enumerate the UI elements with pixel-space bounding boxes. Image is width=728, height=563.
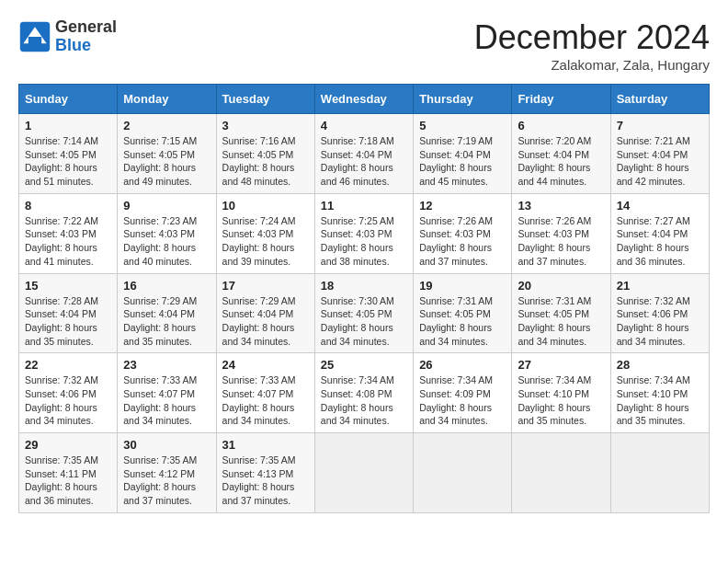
- day-info: Sunrise: 7:31 AMSunset: 4:05 PMDaylight:…: [419, 294, 506, 349]
- day-number: 30: [123, 438, 210, 452]
- calendar-day-cell: 12Sunrise: 7:26 AMSunset: 4:03 PMDayligh…: [414, 193, 512, 273]
- day-info: Sunrise: 7:34 AMSunset: 4:09 PMDaylight:…: [419, 373, 506, 428]
- calendar-day-cell: 21Sunrise: 7:32 AMSunset: 4:06 PMDayligh…: [610, 273, 709, 353]
- day-info: Sunrise: 7:35 AMSunset: 4:12 PMDaylight:…: [123, 454, 210, 508]
- calendar-day-cell: 14Sunrise: 7:27 AMSunset: 4:04 PMDayligh…: [610, 193, 709, 273]
- calendar-day-cell: 28Sunrise: 7:34 AMSunset: 4:10 PMDayligh…: [610, 353, 709, 433]
- calendar-day-cell: 9Sunrise: 7:23 AMSunset: 4:03 PMDaylight…: [118, 193, 216, 273]
- day-number: 1: [25, 119, 111, 132]
- day-number: 2: [123, 119, 210, 132]
- svg-rect-2: [28, 37, 41, 45]
- day-info: Sunrise: 7:34 AMSunset: 4:08 PMDaylight:…: [321, 373, 407, 428]
- day-info: Sunrise: 7:28 AMSunset: 4:04 PMDaylight:…: [25, 294, 111, 349]
- day-number: 19: [419, 279, 506, 293]
- calendar-day-cell: 6Sunrise: 7:20 AMSunset: 4:04 PMDaylight…: [512, 114, 610, 194]
- day-number: 21: [617, 279, 703, 293]
- weekday-header-cell: Monday: [118, 85, 216, 114]
- day-info: Sunrise: 7:16 AMSunset: 4:05 PMDaylight:…: [222, 134, 309, 189]
- day-number: 6: [518, 119, 604, 132]
- calendar-day-cell: 3Sunrise: 7:16 AMSunset: 4:05 PMDaylight…: [216, 114, 314, 194]
- day-info: Sunrise: 7:19 AMSunset: 4:04 PMDaylight:…: [419, 134, 506, 189]
- day-info: Sunrise: 7:15 AMSunset: 4:05 PMDaylight:…: [123, 134, 210, 189]
- day-info: Sunrise: 7:20 AMSunset: 4:04 PMDaylight:…: [518, 134, 604, 189]
- day-info: Sunrise: 7:26 AMSunset: 4:03 PMDaylight:…: [419, 214, 506, 269]
- calendar-day-cell: 26Sunrise: 7:34 AMSunset: 4:09 PMDayligh…: [414, 353, 512, 433]
- calendar-day-cell: [314, 433, 413, 513]
- day-info: Sunrise: 7:29 AMSunset: 4:04 PMDaylight:…: [123, 294, 210, 349]
- calendar-day-cell: 22Sunrise: 7:32 AMSunset: 4:06 PMDayligh…: [19, 353, 118, 433]
- day-info: Sunrise: 7:18 AMSunset: 4:04 PMDaylight:…: [321, 134, 407, 189]
- day-info: Sunrise: 7:26 AMSunset: 4:03 PMDaylight:…: [518, 214, 604, 269]
- day-info: Sunrise: 7:31 AMSunset: 4:05 PMDaylight:…: [518, 294, 604, 349]
- month-title: December 2024: [474, 18, 710, 57]
- calendar-day-cell: 20Sunrise: 7:31 AMSunset: 4:05 PMDayligh…: [512, 273, 610, 353]
- day-number: 23: [123, 358, 210, 372]
- day-number: 20: [518, 279, 604, 293]
- day-info: Sunrise: 7:24 AMSunset: 4:03 PMDaylight:…: [222, 214, 309, 269]
- calendar-day-cell: 23Sunrise: 7:33 AMSunset: 4:07 PMDayligh…: [118, 353, 216, 433]
- day-info: Sunrise: 7:22 AMSunset: 4:03 PMDaylight:…: [25, 214, 111, 269]
- day-info: Sunrise: 7:33 AMSunset: 4:07 PMDaylight:…: [222, 373, 309, 428]
- header: General Blue December 2024 Zalakomar, Za…: [18, 18, 710, 73]
- day-number: 13: [518, 199, 604, 213]
- day-number: 24: [222, 358, 309, 372]
- logo: General Blue: [18, 18, 117, 55]
- day-number: 18: [321, 279, 407, 293]
- calendar-day-cell: 18Sunrise: 7:30 AMSunset: 4:05 PMDayligh…: [314, 273, 413, 353]
- day-number: 26: [419, 358, 506, 372]
- day-number: 11: [321, 199, 407, 213]
- day-info: Sunrise: 7:25 AMSunset: 4:03 PMDaylight:…: [321, 214, 407, 269]
- location: Zalakomar, Zala, Hungary: [474, 57, 710, 73]
- calendar-body: 1Sunrise: 7:14 AMSunset: 4:05 PMDaylight…: [19, 114, 710, 513]
- calendar-day-cell: 19Sunrise: 7:31 AMSunset: 4:05 PMDayligh…: [414, 273, 512, 353]
- logo-general: General: [55, 18, 117, 37]
- weekday-header-cell: Friday: [512, 85, 610, 114]
- calendar-week-row: 22Sunrise: 7:32 AMSunset: 4:06 PMDayligh…: [19, 353, 710, 433]
- day-info: Sunrise: 7:35 AMSunset: 4:13 PMDaylight:…: [222, 454, 309, 508]
- calendar-week-row: 1Sunrise: 7:14 AMSunset: 4:05 PMDaylight…: [19, 114, 710, 194]
- calendar-week-row: 29Sunrise: 7:35 AMSunset: 4:11 PMDayligh…: [19, 433, 710, 513]
- day-number: 15: [25, 279, 111, 293]
- day-info: Sunrise: 7:32 AMSunset: 4:06 PMDaylight:…: [617, 294, 703, 349]
- calendar-day-cell: 29Sunrise: 7:35 AMSunset: 4:11 PMDayligh…: [19, 433, 118, 513]
- day-info: Sunrise: 7:27 AMSunset: 4:04 PMDaylight:…: [617, 214, 703, 269]
- calendar-day-cell: [414, 433, 512, 513]
- calendar: SundayMondayTuesdayWednesdayThursdayFrid…: [18, 84, 710, 513]
- day-number: 27: [518, 358, 604, 372]
- day-number: 12: [419, 199, 506, 213]
- calendar-day-cell: 25Sunrise: 7:34 AMSunset: 4:08 PMDayligh…: [314, 353, 413, 433]
- calendar-day-cell: 8Sunrise: 7:22 AMSunset: 4:03 PMDaylight…: [19, 193, 118, 273]
- day-info: Sunrise: 7:29 AMSunset: 4:04 PMDaylight:…: [222, 294, 309, 349]
- calendar-day-cell: 30Sunrise: 7:35 AMSunset: 4:12 PMDayligh…: [118, 433, 216, 513]
- weekday-header-cell: Thursday: [414, 85, 512, 114]
- day-number: 16: [123, 279, 210, 293]
- weekday-header-cell: Wednesday: [314, 85, 413, 114]
- calendar-day-cell: [512, 433, 610, 513]
- calendar-day-cell: 10Sunrise: 7:24 AMSunset: 4:03 PMDayligh…: [216, 193, 314, 273]
- calendar-day-cell: 13Sunrise: 7:26 AMSunset: 4:03 PMDayligh…: [512, 193, 610, 273]
- day-number: 25: [321, 358, 407, 372]
- day-info: Sunrise: 7:21 AMSunset: 4:04 PMDaylight:…: [617, 134, 703, 189]
- calendar-day-cell: 4Sunrise: 7:18 AMSunset: 4:04 PMDaylight…: [314, 114, 413, 194]
- calendar-day-cell: 7Sunrise: 7:21 AMSunset: 4:04 PMDaylight…: [610, 114, 709, 194]
- weekday-header-row: SundayMondayTuesdayWednesdayThursdayFrid…: [19, 85, 710, 114]
- logo-blue: Blue: [55, 37, 117, 55]
- day-info: Sunrise: 7:30 AMSunset: 4:05 PMDaylight:…: [321, 294, 407, 349]
- weekday-header-cell: Sunday: [19, 85, 118, 114]
- calendar-day-cell: 17Sunrise: 7:29 AMSunset: 4:04 PMDayligh…: [216, 273, 314, 353]
- calendar-week-row: 15Sunrise: 7:28 AMSunset: 4:04 PMDayligh…: [19, 273, 710, 353]
- day-info: Sunrise: 7:34 AMSunset: 4:10 PMDaylight:…: [617, 373, 703, 428]
- day-number: 8: [25, 199, 111, 213]
- weekday-header-cell: Tuesday: [216, 85, 314, 114]
- calendar-day-cell: 11Sunrise: 7:25 AMSunset: 4:03 PMDayligh…: [314, 193, 413, 273]
- day-info: Sunrise: 7:35 AMSunset: 4:11 PMDaylight:…: [25, 454, 111, 508]
- day-info: Sunrise: 7:32 AMSunset: 4:06 PMDaylight:…: [25, 373, 111, 428]
- day-number: 17: [222, 279, 309, 293]
- calendar-day-cell: [610, 433, 709, 513]
- calendar-day-cell: 5Sunrise: 7:19 AMSunset: 4:04 PMDaylight…: [414, 114, 512, 194]
- logo-icon: [18, 20, 51, 53]
- calendar-day-cell: 27Sunrise: 7:34 AMSunset: 4:10 PMDayligh…: [512, 353, 610, 433]
- day-number: 14: [617, 199, 703, 213]
- day-number: 22: [25, 358, 111, 372]
- weekday-header-cell: Saturday: [610, 85, 709, 114]
